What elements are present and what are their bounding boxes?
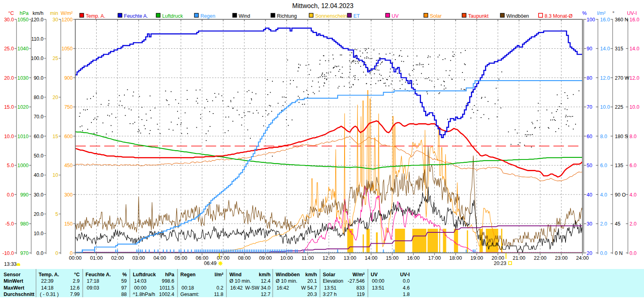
svg-text:998.6: 998.6 xyxy=(162,278,174,284)
svg-text:180 S: 180 S xyxy=(615,134,628,139)
svg-text:%: % xyxy=(122,272,127,277)
svg-text:120.0: 120.0 xyxy=(31,17,43,23)
svg-text:100.0: 100.0 xyxy=(31,56,43,61)
svg-text:15: 15 xyxy=(53,134,58,139)
svg-text:Solar: Solar xyxy=(323,272,335,277)
svg-text:Feuchte A.: Feuchte A. xyxy=(86,272,111,277)
svg-text:°: ° xyxy=(613,10,615,16)
svg-text:0 N: 0 N xyxy=(615,250,623,256)
svg-text:6.0: 6.0 xyxy=(630,163,636,168)
svg-text:14.0: 14.0 xyxy=(600,46,610,52)
svg-text:12.0: 12.0 xyxy=(630,75,639,81)
svg-text:10.0: 10.0 xyxy=(630,104,639,110)
svg-text:Regen: Regen xyxy=(200,13,215,19)
svg-text:1030: 1030 xyxy=(17,75,29,81)
svg-text:km/h: km/h xyxy=(305,272,317,277)
svg-text:97: 97 xyxy=(121,285,127,291)
svg-text:110.0: 110.0 xyxy=(31,36,43,42)
svg-text:°C: °C xyxy=(74,272,80,277)
svg-text:Windböen: Windböen xyxy=(506,13,529,19)
svg-text:270 W: 270 W xyxy=(615,75,630,81)
svg-text:1050: 1050 xyxy=(62,46,73,52)
svg-text:225: 225 xyxy=(615,104,623,110)
svg-text:09:03: 09:03 xyxy=(87,285,99,291)
svg-text:88: 88 xyxy=(121,292,127,297)
svg-text:16:42: 16:42 xyxy=(277,285,289,291)
svg-text:16:00: 16:00 xyxy=(407,255,419,261)
svg-text:6.0: 6.0 xyxy=(600,163,607,168)
svg-text:990: 990 xyxy=(20,192,29,198)
svg-text:15:00: 15:00 xyxy=(386,255,398,261)
svg-text:0.0: 0.0 xyxy=(37,250,43,256)
svg-text:0.0: 0.0 xyxy=(403,278,410,284)
svg-text:14:03: 14:03 xyxy=(134,278,147,284)
svg-text:13:33: 13:33 xyxy=(4,261,17,267)
svg-text:Solar: Solar xyxy=(430,13,442,19)
svg-text:min: min xyxy=(50,10,58,16)
svg-text:MinWert: MinWert xyxy=(4,278,23,284)
svg-text:-5.0: -5.0 xyxy=(5,221,14,227)
svg-text:1200: 1200 xyxy=(62,17,73,23)
svg-text:300: 300 xyxy=(64,192,73,198)
svg-text:UV: UV xyxy=(392,13,399,19)
svg-text:50.0: 50.0 xyxy=(34,153,43,159)
svg-text:12:00: 12:00 xyxy=(322,255,335,261)
svg-text:Durchschnitt: Durchschnitt xyxy=(4,292,34,297)
svg-text:Feuchte A.: Feuchte A. xyxy=(124,13,148,19)
svg-text:1.8: 1.8 xyxy=(403,292,410,297)
svg-text:20.0: 20.0 xyxy=(34,211,43,217)
svg-text:10.0: 10.0 xyxy=(600,104,610,110)
svg-text:25.0: 25.0 xyxy=(4,46,14,52)
svg-text:ET: ET xyxy=(353,13,360,19)
svg-text:8.3 Monat-Ø: 8.3 Monat-Ø xyxy=(545,13,573,19)
svg-text:23:00: 23:00 xyxy=(555,255,568,261)
svg-text:20.3: 20.3 xyxy=(307,292,317,297)
svg-text:15.0: 15.0 xyxy=(4,104,14,110)
svg-text:10:00: 10:00 xyxy=(280,255,293,261)
svg-text:W-SW 34.0: W-SW 34.0 xyxy=(245,285,270,291)
svg-text:W/m²: W/m² xyxy=(61,10,73,16)
svg-text:5: 5 xyxy=(56,211,58,217)
svg-text:02:00: 02:00 xyxy=(111,255,124,261)
svg-text:km/h: km/h xyxy=(259,272,270,277)
svg-text:600: 600 xyxy=(64,134,73,139)
svg-text:17:18: 17:18 xyxy=(87,278,99,284)
svg-text:07:00: 07:00 xyxy=(217,255,229,261)
svg-text:Mittwoch, 12.04.2023: Mittwoch, 12.04.2023 xyxy=(292,2,353,9)
svg-text:UV-I: UV-I xyxy=(400,272,410,277)
svg-text:40.0: 40.0 xyxy=(34,172,43,178)
svg-text:hPa: hPa xyxy=(20,10,29,16)
svg-text:24:00: 24:00 xyxy=(576,255,588,261)
svg-text:70: 70 xyxy=(587,104,592,110)
svg-text:90: 90 xyxy=(587,46,592,52)
svg-text:30.0: 30.0 xyxy=(34,192,43,198)
svg-text:Richtung: Richtung xyxy=(277,13,297,19)
svg-text:13:51: 13:51 xyxy=(324,285,336,291)
svg-text:03:00: 03:00 xyxy=(132,255,145,261)
svg-text:00:00: 00:00 xyxy=(69,255,81,261)
svg-text:-10.0: -10.0 xyxy=(2,250,14,256)
svg-text:20:00: 20:00 xyxy=(491,255,504,261)
svg-text:8.0: 8.0 xyxy=(600,134,607,139)
svg-text:10.0: 10.0 xyxy=(4,134,14,139)
svg-text:2.9: 2.9 xyxy=(73,278,80,284)
svg-text:14:18: 14:18 xyxy=(41,285,54,291)
svg-text:90 O: 90 O xyxy=(615,192,626,198)
svg-text:l/m²: l/m² xyxy=(597,10,606,16)
svg-text:12.4: 12.4 xyxy=(261,278,270,284)
svg-text:1010: 1010 xyxy=(17,134,29,139)
svg-text:Luftdruck: Luftdruck xyxy=(162,13,183,19)
svg-text:°C: °C xyxy=(8,10,14,16)
svg-text:Wind: Wind xyxy=(239,13,250,19)
svg-text:00:00: 00:00 xyxy=(134,285,147,291)
svg-text:30: 30 xyxy=(587,221,592,227)
svg-text:1000: 1000 xyxy=(17,163,29,168)
svg-text:22:39: 22:39 xyxy=(41,278,54,284)
svg-text:08:00: 08:00 xyxy=(238,255,250,261)
svg-text:14.0: 14.0 xyxy=(630,46,639,52)
svg-text:%: % xyxy=(582,10,586,16)
svg-text:59: 59 xyxy=(121,278,127,284)
svg-text:13:00: 13:00 xyxy=(344,255,356,261)
svg-text:16.0: 16.0 xyxy=(600,17,610,23)
svg-text:1020: 1020 xyxy=(17,104,29,110)
